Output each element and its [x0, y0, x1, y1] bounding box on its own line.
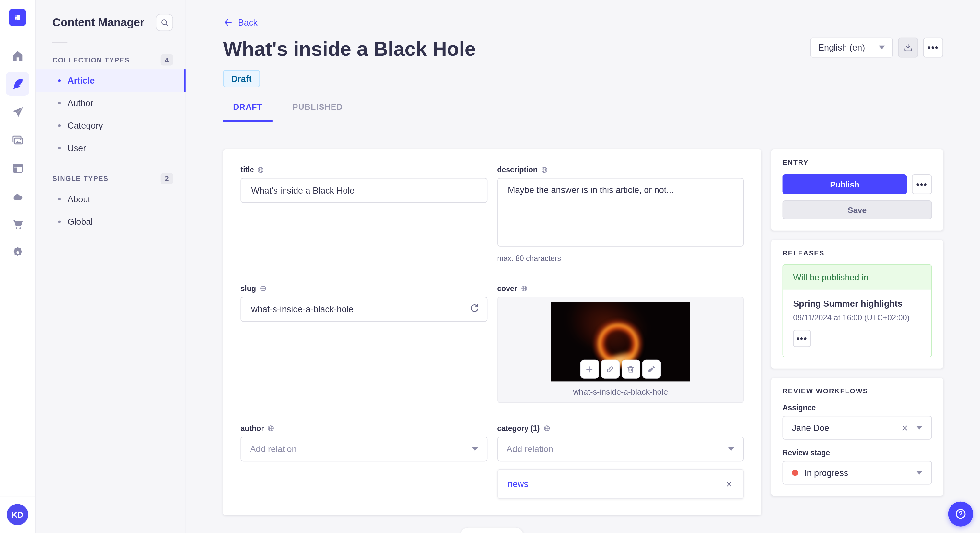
category-relation-combobox[interactable]: Add relation [497, 436, 744, 462]
page-title: What's inside a Black Hole [223, 36, 476, 61]
review-panel-header: REVIEW WORKFLOWS [783, 387, 932, 395]
chevron-down-icon [879, 46, 885, 49]
save-button[interactable]: Save [783, 200, 932, 219]
export-button[interactable] [898, 38, 918, 58]
release-card: Will be published in Spring Summer highl… [783, 264, 932, 357]
locale-value: English (en) [818, 43, 865, 52]
title-field-label: title [240, 165, 254, 174]
publish-button[interactable]: Publish [783, 174, 907, 194]
ellipsis-icon: ••• [796, 334, 807, 343]
category-placeholder: Add relation [506, 444, 553, 454]
home-icon[interactable] [5, 44, 29, 67]
entry-more-button[interactable]: ••• [912, 174, 932, 194]
review-workflows-panel: REVIEW WORKFLOWS Assignee Jane Doe Revie… [771, 378, 943, 496]
globe-icon [543, 425, 550, 432]
review-stage-label: Review stage [783, 449, 932, 457]
sidebar-item-author[interactable]: Author [36, 92, 186, 114]
single-types-count: 2 [161, 173, 173, 184]
globe-icon [259, 285, 267, 292]
field-author: author Add relation [240, 424, 487, 462]
tab-published[interactable]: PUBLISHED [283, 102, 353, 122]
releases-icon[interactable] [5, 100, 29, 124]
edit-asset-button[interactable] [642, 360, 661, 379]
strapi-logo[interactable] [9, 9, 26, 26]
content-type-builder-icon[interactable] [5, 156, 29, 180]
release-more-button[interactable]: ••• [793, 330, 810, 347]
sidebar-item-label: Global [67, 217, 93, 227]
bullet-dot [58, 198, 60, 200]
field-description: description Maybe the answer is in this … [497, 165, 744, 263]
remove-relation-icon[interactable] [725, 480, 733, 488]
sidebar-item-about[interactable]: About [36, 188, 186, 210]
help-button[interactable] [948, 501, 973, 527]
pencil-icon [647, 364, 656, 374]
entry-panel-header: ENTRY [783, 159, 932, 166]
releases-panel-header: RELEASES [783, 249, 932, 257]
sidebar-item-category[interactable]: Category [36, 114, 186, 136]
field-category: category (1) Add relation news [497, 424, 744, 499]
description-textarea[interactable]: Maybe the answer is in this article, or … [497, 178, 744, 247]
search-button[interactable] [156, 14, 173, 31]
chevron-down-icon [728, 447, 734, 451]
stage-value: In progress [804, 468, 848, 477]
field-cover: cover [497, 284, 744, 403]
app-window: KD Content Manager COLLECTION TYPES 4 Ar… [0, 0, 980, 533]
copy-link-button[interactable] [601, 360, 620, 379]
bullet-dot [58, 147, 60, 149]
sidebar-item-article[interactable]: Article [36, 69, 186, 92]
clear-assignee-icon[interactable] [900, 424, 909, 432]
rail-divider [0, 496, 35, 497]
add-asset-button[interactable] [580, 360, 599, 379]
description-field-label: description [497, 165, 538, 174]
bullet-dot [58, 124, 60, 127]
assignee-combobox[interactable]: Jane Doe [783, 416, 932, 439]
review-stage-combobox[interactable]: In progress [783, 461, 932, 484]
relation-link-news[interactable]: news [508, 479, 528, 489]
entry-form-card: title description Maybe the answe [223, 149, 761, 515]
collection-types-count: 4 [161, 54, 173, 66]
chevron-down-icon [471, 447, 478, 451]
link-icon [605, 364, 615, 374]
locale-select[interactable]: English (en) [810, 38, 893, 58]
strapi-logo-glyph [13, 13, 23, 23]
sidebar-item-global[interactable]: Global [36, 211, 186, 233]
bullet-dot [58, 220, 60, 223]
plus-icon [585, 364, 594, 374]
title-input[interactable] [240, 178, 487, 203]
header-more-button[interactable]: ••• [923, 38, 943, 58]
regenerate-icon[interactable] [468, 303, 480, 314]
cover-image-black-hole [551, 302, 690, 381]
user-avatar[interactable]: KD [7, 504, 28, 525]
bullet-dot [58, 102, 60, 104]
field-slug: slug [240, 284, 487, 322]
marketplace-icon[interactable] [5, 213, 29, 236]
section-label-collection-types: COLLECTION TYPES [52, 56, 130, 64]
sidebar-item-label: Author [67, 98, 93, 108]
sidebar-item-user[interactable]: User [36, 136, 186, 159]
content-manager-icon[interactable] [5, 72, 29, 95]
field-title: title [240, 165, 487, 203]
back-link[interactable]: Back [223, 17, 257, 27]
media-library-icon[interactable] [5, 128, 29, 152]
bullet-dot [58, 79, 60, 82]
collection-types-list: Article Author Category User [36, 69, 186, 159]
category-relation-news: news [497, 469, 744, 499]
tab-draft[interactable]: DRAFT [223, 102, 272, 122]
globe-icon [257, 166, 264, 174]
status-badge: Draft [223, 70, 259, 87]
question-mark-icon [955, 508, 967, 520]
ellipsis-icon: ••• [928, 43, 939, 52]
author-relation-combobox[interactable]: Add relation [240, 436, 487, 462]
slug-input[interactable] [240, 297, 487, 322]
single-types-list: About Global [36, 188, 186, 233]
sidebar-item-label: About [67, 194, 91, 204]
stage-status-dot [792, 470, 798, 476]
settings-icon[interactable] [5, 240, 29, 264]
globe-icon [541, 166, 548, 174]
cloud-icon[interactable] [5, 184, 29, 208]
delete-asset-button[interactable] [621, 360, 640, 379]
icon-sidebar: KD [0, 0, 36, 533]
cover-carousel: what-s-inside-a-black-hole [497, 297, 744, 403]
chevron-down-icon [916, 426, 922, 430]
release-date: 09/11/2024 at 16:00 (UTC+02:00) [793, 314, 921, 322]
